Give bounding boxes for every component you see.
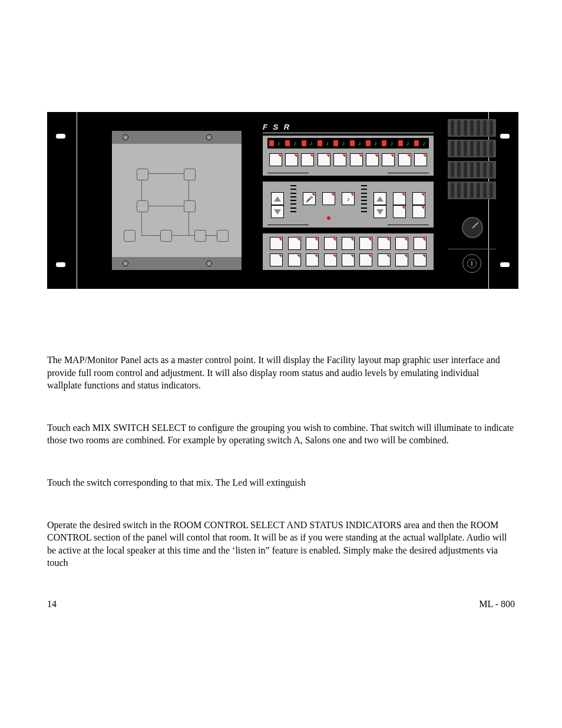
- select-button[interactable]: [269, 153, 282, 166]
- led-strip: ♪ ♪ ♪ ♪ ♪ ♪ ♪ ♪ ♪: [267, 138, 429, 149]
- select-button[interactable]: [333, 153, 346, 166]
- divider: [388, 225, 429, 225]
- mix-switch-button[interactable]: [395, 237, 408, 250]
- mix-switch-button[interactable]: [306, 253, 319, 266]
- volume-knob[interactable]: [462, 217, 483, 238]
- room-node: [124, 230, 135, 242]
- doc-id: ML - 800: [479, 599, 515, 610]
- divider: [388, 173, 429, 173]
- mic-led-icon: [302, 140, 306, 146]
- select-row: [267, 153, 429, 166]
- mic-led-icon: [414, 140, 419, 146]
- room-select-block: ♪ ♪ ♪ ♪ ♪ ♪ ♪ ♪ ♪: [263, 136, 434, 176]
- map-line: [141, 173, 189, 174]
- mix-switch-button[interactable]: [270, 253, 283, 266]
- note-led-icon: ♪: [277, 140, 282, 146]
- mix-switch-button[interactable]: [359, 253, 372, 266]
- map-line: [141, 206, 189, 206]
- mic-led-icon: [269, 140, 274, 146]
- map-bar: [112, 257, 242, 270]
- page-number: 14: [47, 599, 57, 610]
- brand-label: F S R: [263, 123, 434, 133]
- mic-led-icon: [398, 140, 403, 146]
- note-led-icon: ♪: [293, 140, 298, 146]
- map-bar: [112, 131, 242, 144]
- screw-icon: [206, 134, 212, 140]
- mix-switch-button[interactable]: [342, 237, 355, 250]
- control-button[interactable]: [412, 192, 425, 205]
- divider: [77, 112, 77, 289]
- mix-switch-button[interactable]: [324, 253, 337, 266]
- control-button[interactable]: ♪: [342, 192, 355, 205]
- mix-switch-button[interactable]: [324, 237, 337, 250]
- note-led-icon: ♪: [390, 140, 395, 146]
- rack-panel: F S R ♪ ♪ ♪ ♪ ♪ ♪ ♪: [47, 112, 518, 289]
- mix-switch-button[interactable]: [395, 253, 408, 266]
- control-button[interactable]: [393, 192, 406, 205]
- mix-switch-button[interactable]: [378, 237, 391, 250]
- select-button[interactable]: [414, 153, 427, 166]
- mix-row-2: [267, 253, 429, 266]
- room-node: [137, 200, 148, 212]
- select-button[interactable]: [301, 153, 314, 166]
- select-button[interactable]: [285, 153, 298, 166]
- paragraph-4: Operate the desired switch in the ROOM C…: [47, 519, 515, 569]
- rack-ear-hole: [55, 133, 66, 139]
- screw-icon: [206, 261, 212, 266]
- divider: [267, 173, 309, 173]
- paragraph-3: Touch the switch corresponding to that m…: [47, 476, 515, 489]
- select-button[interactable]: [398, 153, 411, 166]
- mic-button[interactable]: 🎤: [303, 192, 316, 205]
- mic-led-icon: [318, 140, 322, 146]
- mix-switch-button[interactable]: [359, 237, 372, 250]
- mix-switch-block: [263, 233, 434, 270]
- select-button[interactable]: [318, 153, 330, 166]
- room-node: [184, 169, 196, 180]
- paragraph-1: The MAP/Monitor Panel acts as a master c…: [47, 354, 515, 392]
- room-node: [184, 200, 196, 212]
- speaker-panel: [442, 118, 514, 283]
- note-led-icon: ♪: [374, 140, 379, 146]
- mix-switch-button[interactable]: [270, 237, 283, 250]
- vol-down-button[interactable]: [271, 205, 284, 218]
- mic-led-icon: [382, 140, 386, 146]
- mic-led-icon: [366, 140, 371, 146]
- vol-up-button[interactable]: [373, 192, 386, 205]
- control-row-bot: [267, 205, 429, 218]
- map-body: [112, 144, 242, 257]
- mix-switch-button[interactable]: [414, 253, 427, 266]
- note-led-icon: ♪: [358, 140, 362, 146]
- speaker-grill-icon: [448, 119, 496, 199]
- note-led-icon: ♪: [422, 140, 427, 146]
- control-button[interactable]: [322, 192, 335, 205]
- control-button[interactable]: [412, 205, 425, 218]
- screw-icon: [123, 261, 128, 266]
- room-node: [137, 169, 148, 180]
- mix-switch-button[interactable]: [378, 253, 391, 266]
- select-button[interactable]: [350, 153, 363, 166]
- power-button[interactable]: [462, 254, 481, 273]
- mix-row-1: [267, 237, 429, 250]
- mic-led-icon: [333, 140, 338, 146]
- paragraph-2: Touch each MIX SWITCH SELECT to configur…: [47, 421, 515, 447]
- mix-switch-button[interactable]: [288, 253, 301, 266]
- map-line: [141, 235, 224, 236]
- note-led-icon: ♪: [309, 140, 314, 146]
- vol-up-button[interactable]: [271, 192, 284, 205]
- control-button[interactable]: [393, 205, 406, 218]
- mic-led-icon: [350, 140, 355, 146]
- select-button[interactable]: [366, 153, 379, 166]
- mix-switch-button[interactable]: [342, 253, 355, 266]
- rack-ear-hole: [55, 262, 66, 268]
- select-button[interactable]: [382, 153, 395, 166]
- room-control-block: 🎤 ♪: [263, 182, 434, 228]
- room-node: [217, 230, 229, 242]
- note-led-icon: ♪: [342, 140, 346, 146]
- room-node: [194, 230, 206, 242]
- vol-down-button[interactable]: [373, 205, 386, 218]
- power-section: [448, 249, 496, 278]
- mix-switch-button[interactable]: [414, 237, 427, 250]
- mix-switch-button[interactable]: [288, 237, 301, 250]
- status-dot-icon: [327, 216, 330, 220]
- mix-switch-button[interactable]: [306, 237, 319, 250]
